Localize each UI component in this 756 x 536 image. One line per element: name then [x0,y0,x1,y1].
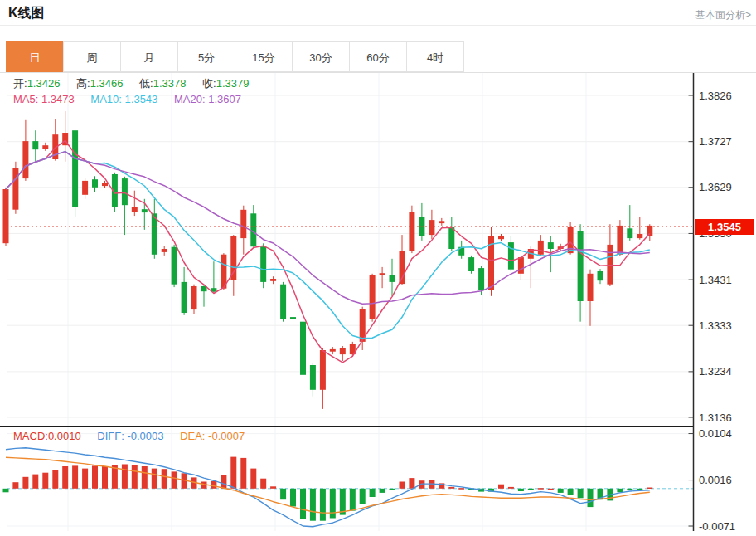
tab-interval-6[interactable]: 60分 [349,41,407,72]
open-label: 开: [13,77,27,90]
ma5-label: MA5: [13,93,38,105]
svg-text:1.3234: 1.3234 [699,365,732,378]
ma5-value: 1.3473 [41,93,75,105]
ma10-label: MA10: [90,93,122,105]
svg-text:1.3727: 1.3727 [699,135,732,148]
high-label: 高: [76,77,90,90]
open-value: 1.3426 [27,77,61,90]
svg-text:1.3431: 1.3431 [699,274,732,286]
ma20-label: MA20: [174,93,206,105]
low-label: 低: [139,77,153,90]
svg-text:1.3333: 1.3333 [699,319,732,332]
ma20-value: 1.3607 [208,93,241,105]
dea-label: DEA: [180,430,205,442]
title-separator [0,25,756,26]
tabbar-bottom-border [0,72,756,73]
macd-label: MACD: [13,430,48,442]
kline-page: 1.38261.37271.36291.35301.34311.33331.32… [0,0,756,536]
interval-tabbar: 日周月5分15分30分60分4时 [7,41,464,72]
tab-interval-0[interactable]: 日 [6,41,64,72]
tab-interval-4[interactable]: 15分 [235,41,293,72]
macd-value: 0.0010 [48,430,81,442]
low-value: 1.3378 [153,77,187,90]
dea-value: -0.0007 [208,430,245,442]
last-price-tag: 1.3545 [695,219,754,235]
ma-legend: MA5: 1.3473 MA10: 1.3543 MA20: 1.3607 [13,93,254,105]
diff-value: -0.0003 [127,430,163,442]
page-title: K线图 [8,5,45,22]
diff-label: DIFF: [97,430,124,442]
close-value: 1.3379 [216,77,250,90]
fundamental-analysis-link[interactable]: 基本面分析> [695,8,751,22]
svg-text:1.3826: 1.3826 [699,90,732,102]
macd-legend: MACD:0.0010 DIFF: -0.0003 DEA: -0.0007 [13,430,258,442]
tab-interval-1[interactable]: 周 [63,41,121,72]
ma10-value: 1.3543 [125,93,158,105]
ohlc-legend: 开:1.3426 高:1.3466 低:1.3378 收:1.3379 [13,76,262,91]
tab-interval-7[interactable]: 4时 [406,41,464,72]
tab-interval-3[interactable]: 5分 [177,41,235,72]
svg-text:0.0104: 0.0104 [699,427,732,440]
tab-interval-5[interactable]: 30分 [292,41,350,72]
svg-text:-0.0071: -0.0071 [699,520,735,533]
tab-interval-2[interactable]: 月 [120,41,178,72]
svg-text:1.3629: 1.3629 [699,181,732,193]
high-value: 1.3466 [90,77,124,90]
close-label: 收: [202,77,216,90]
svg-text:1.3136: 1.3136 [699,412,732,424]
svg-text:0.0016: 0.0016 [699,474,732,486]
